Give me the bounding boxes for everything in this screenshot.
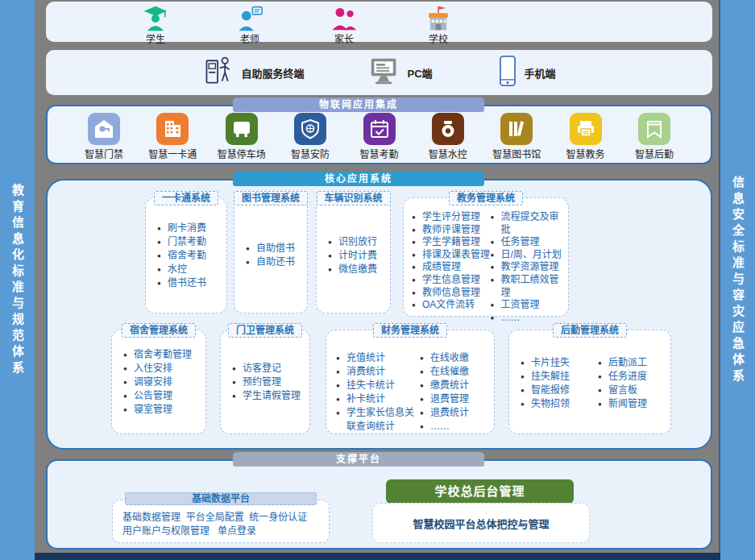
list-item: 消费统计 <box>336 365 420 379</box>
user-student: 学生 <box>131 6 180 45</box>
terminal-pc: PC端 <box>368 56 432 89</box>
list-item: 教师信息管理 <box>412 287 490 300</box>
list-item: …… <box>420 420 469 433</box>
security-shield-icon <box>294 113 326 145</box>
finance-system-items-col2: 在线收缴在线催缴缴费统计退费管理退费统计…… <box>420 351 469 433</box>
base-data-line1: 基础数据管理 平台全局配置 统一身份认证 <box>122 511 329 525</box>
terminals-panel: 自助服务终端 PC端 <box>46 50 712 95</box>
list-item: 预约管理 <box>232 375 309 389</box>
vehicle-system-box: 车辆识别系统 识别放行计时计费微信缴费 <box>316 197 391 313</box>
list-item: 后勤派工 <box>598 356 647 370</box>
dorm-system-title: 宿舍管理系统 <box>122 323 196 338</box>
gate-system-title: 门卫管理系统 <box>228 323 302 338</box>
support-platform-header: 支撑平台 <box>233 452 484 467</box>
pc-icon <box>368 56 400 89</box>
list-item: 学生评分管理 <box>412 211 490 224</box>
onecard-system-title: 一卡通系统 <box>154 191 218 205</box>
academic-system-box: 教务管理系统 学生评分管理教师评课管理学生学籍管理排课及课表管理成绩管理学生信息… <box>403 197 569 317</box>
phone-icon <box>497 55 518 90</box>
terminal-kiosk-label: 自助服务终端 <box>241 65 304 81</box>
iot-water: 智慧水控 <box>419 113 477 160</box>
list-item: …… <box>490 312 565 325</box>
school-icon <box>413 6 463 31</box>
iot-academic: 智慧教务 <box>557 113 615 160</box>
list-item: 学生家长信息关联查询统计 <box>336 406 420 433</box>
attendance-calendar-icon <box>363 113 396 145</box>
iot-logistics-label: 智慧后勤 <box>625 147 683 160</box>
iot-door-access: 智慧门禁 <box>75 113 133 160</box>
list-item: 新闻管理 <box>598 397 647 411</box>
kiosk-icon <box>202 55 234 90</box>
base-data-platform-box: 基础数据管理 平台全局配置 统一身份认证 用户账户与权限管理 单点登录 <box>112 500 330 543</box>
right-security-label: 信息安全标准与容灾应急体系 <box>732 176 744 385</box>
terminal-pc-label: PC端 <box>407 65 432 81</box>
academic-printer-icon <box>570 113 602 145</box>
list-item: 失物招领 <box>521 397 598 411</box>
core-apps-header: 核心应用系统 <box>233 172 484 186</box>
terminal-kiosk: 自助服务终端 <box>202 55 304 90</box>
left-standards-label: 教育信息化标准与规范体系 <box>11 184 23 377</box>
iot-attendance: 智慧考勤 <box>351 113 409 160</box>
water-control-icon <box>432 113 464 145</box>
user-teacher: 老师 <box>225 6 275 45</box>
core-apps-panel: 核心应用系统 一卡通系统 刷卡消费门禁考勤宿舍考勤水控借书还书 图书管理系统 自… <box>46 179 712 450</box>
user-parents-label: 家长 <box>319 31 369 45</box>
list-item: 充值统计 <box>336 351 420 365</box>
list-item: 水控 <box>157 263 226 276</box>
logistics-system-items-col1: 卡片挂失挂失解挂智能报修失物招领 <box>521 356 598 411</box>
list-item: 教师评课管理 <box>412 224 490 237</box>
list-item: 计时计费 <box>328 249 390 263</box>
iot-library: 智慧图书馆 <box>487 113 546 160</box>
iot-parking-label: 智慧停车场 <box>213 147 271 160</box>
base-data-line2: 用户账户与权限管理 单点登录 <box>122 525 329 538</box>
logistics-system-items-col2: 后勤派工任务进度留言板新闻管理 <box>598 356 647 411</box>
list-item: 公告管理 <box>123 389 205 403</box>
teacher-icon <box>225 6 275 31</box>
onecard-system-box: 一卡通系统 刷卡消费门禁考勤宿舍考勤水控借书还书 <box>145 197 227 313</box>
list-item: 缴费统计 <box>420 379 469 392</box>
parking-icon <box>226 113 258 145</box>
library-system-items: 自助借书自助还书 <box>246 242 307 269</box>
list-item: 挂失卡统计 <box>336 379 420 392</box>
gate-system-items: 访客登记预约管理学生请假管理 <box>232 362 309 403</box>
iot-header: 物联网应用集成 <box>233 97 484 112</box>
library-system-title: 图书管理系统 <box>234 191 308 205</box>
parents-icon <box>319 6 369 31</box>
dorm-system-box: 宿舍管理系统 宿舍考勤管理入住安排调寝安排公告管理寝室管理 <box>111 330 206 434</box>
school-admin-box: 智慧校园平台总体把控与管理 <box>372 503 590 543</box>
list-item: 成绩管理 <box>412 261 490 274</box>
list-item: 挂失解挂 <box>521 370 598 384</box>
list-item: 识别放行 <box>328 235 390 249</box>
iot-logistics: 智慧后勤 <box>625 113 683 160</box>
user-student-label: 学生 <box>131 31 180 45</box>
iot-panel: 物联网应用集成 智慧门禁 <box>46 105 712 164</box>
list-item: 寝室管理 <box>123 403 205 417</box>
user-school-label: 学校 <box>413 31 463 45</box>
vehicle-system-items: 识别放行计时计费微信缴费 <box>328 235 390 276</box>
terminal-mobile-label: 手机端 <box>525 65 556 81</box>
finance-system-box: 财务管理系统 充值统计消费统计挂失卡统计补卡统计学生家长信息关联查询统计 在线收… <box>326 330 495 434</box>
iot-academic-label: 智慧教务 <box>557 147 615 160</box>
logistics-system-title: 后勤管理系统 <box>553 323 627 338</box>
school-admin-title: 学校总后台管理 <box>386 479 574 504</box>
gate-system-box: 门卫管理系统 访客登记预约管理学生请假管理 <box>220 330 310 434</box>
iot-security-label: 智慧安防 <box>281 147 339 160</box>
list-item: 调寝安排 <box>123 375 205 389</box>
terminal-mobile: 手机端 <box>497 55 556 90</box>
list-item: 任务管理 <box>490 236 565 249</box>
list-item: 微信缴费 <box>328 263 390 276</box>
user-teacher-label: 老师 <box>225 31 275 45</box>
iot-door-access-label: 智慧门禁 <box>75 147 133 160</box>
list-item: 入住安排 <box>123 362 205 375</box>
logistics-bookmark-icon <box>638 113 670 145</box>
user-school: 学校 <box>413 6 463 45</box>
list-item: OA文件流转 <box>412 299 490 312</box>
library-system-box: 图书管理系统 自助借书自助还书 <box>234 197 308 313</box>
list-item: 退费管理 <box>420 392 469 406</box>
base-data-platform-title: 基础数据平台 <box>125 492 317 505</box>
academic-system-items-col1: 学生评分管理教师评课管理学生学籍管理排课及课表管理成绩管理学生信息管理教师信息管… <box>412 211 490 324</box>
onecard-icon <box>156 113 189 145</box>
finance-system-items-col1: 充值统计消费统计挂失卡统计补卡统计学生家长信息关联查询统计 <box>336 351 420 433</box>
left-standards-bar: 教育信息化标准与规范体系 <box>0 0 35 560</box>
iot-security: 智慧安防 <box>281 113 339 160</box>
